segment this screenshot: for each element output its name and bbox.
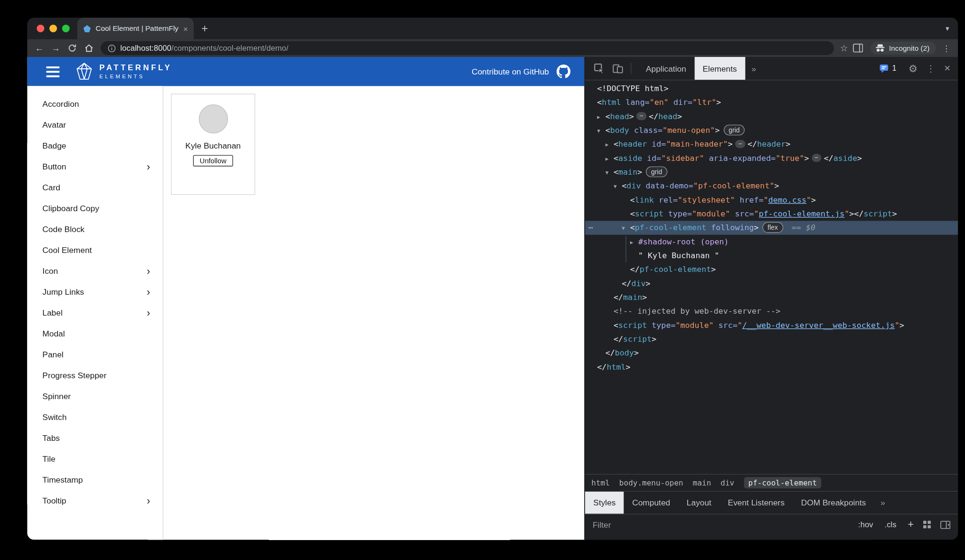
breadcrumb-item[interactable]: body.menu-open	[619, 478, 683, 487]
side-panel-icon[interactable]	[853, 44, 863, 53]
collapse-icon[interactable]: ▾	[597, 124, 605, 138]
home-button[interactable]	[82, 44, 95, 53]
sidebar-item-tabs[interactable]: Tabs	[27, 428, 162, 448]
dom-tree-row[interactable]: <html lang="en" dir="ltr">	[585, 95, 958, 109]
browser-menu-icon[interactable]: ⋮	[942, 43, 950, 53]
browser-tab[interactable]: Cool Element | PatternFly Elem ×	[77, 18, 194, 39]
computed-panel-toggle-icon[interactable]	[940, 521, 950, 529]
more-panels-icon[interactable]: »	[745, 64, 762, 73]
sidebar-item-accordion[interactable]: Accordion	[27, 93, 162, 114]
dom-tree-row[interactable]: " Kyle Buchanan "	[585, 249, 958, 262]
dom-tree-row[interactable]: </div>	[585, 277, 958, 290]
filter-toggle--cls[interactable]: .cls	[885, 520, 897, 529]
expand-icon[interactable]: ▸	[605, 152, 614, 166]
styles-tab-computed[interactable]: Computed	[624, 492, 679, 514]
tab-search-chevron-icon[interactable]: ▾	[946, 24, 949, 32]
contribute-link[interactable]: Contribute on GitHub	[472, 67, 549, 76]
sidebar-item-avatar[interactable]: Avatar	[27, 114, 162, 135]
zoom-window-button[interactable]	[62, 25, 70, 32]
collapse-icon[interactable]: ▾	[605, 166, 614, 179]
breadcrumb-item[interactable]: div	[720, 478, 734, 487]
brand-name[interactable]: PATTERNFLY ELEMENTS	[99, 63, 172, 80]
dom-tree-row[interactable]: ▾<main>grid	[585, 165, 958, 179]
sidebar-item-button[interactable]: Button›	[27, 156, 162, 177]
dom-tree-row[interactable]: </body>	[585, 346, 958, 360]
dom-tree-row[interactable]: </main>	[585, 290, 958, 304]
styles-tab-dom-breakpoints[interactable]: DOM Breakpoints	[793, 492, 874, 514]
close-window-button[interactable]	[37, 25, 44, 32]
sidebar-item-code-block[interactable]: Code Block	[27, 219, 162, 240]
github-icon[interactable]	[557, 65, 570, 78]
collapsed-content-icon[interactable]: ⋯	[812, 154, 822, 162]
patternfly-logo-icon[interactable]	[75, 62, 94, 81]
sidebar-item-timestamp[interactable]: Timestamp	[27, 469, 162, 490]
sidebar-item-jump-links[interactable]: Jump Links›	[27, 281, 162, 302]
sidebar-item-tile[interactable]: Tile	[27, 448, 162, 469]
dom-tree-row[interactable]: </script>	[585, 332, 958, 346]
dom-tree-row[interactable]: </html>	[585, 360, 958, 374]
forward-button[interactable]: →	[49, 43, 63, 53]
sidebar-item-label[interactable]: Label›	[27, 302, 162, 323]
layout-badge[interactable]: grid	[724, 125, 745, 136]
collapse-icon[interactable]: ▾	[614, 180, 622, 194]
collapsed-content-icon[interactable]: ⋯	[735, 140, 745, 148]
layout-badge[interactable]: flex	[763, 222, 783, 233]
sidebar-item-spinner[interactable]: Spinner	[27, 386, 162, 407]
sidebar-item-card[interactable]: Card	[27, 177, 162, 198]
sidebar-item-progress-stepper[interactable]: Progress Stepper	[27, 365, 162, 386]
dom-tree-row[interactable]: <script type="module" src="pf-cool-eleme…	[585, 207, 958, 221]
breadcrumb-item[interactable]: html	[591, 478, 610, 487]
devtools-tab-elements[interactable]: Elements	[694, 57, 745, 80]
sidebar-item-modal[interactable]: Modal	[27, 323, 162, 344]
styles-tab-event-listeners[interactable]: Event Listeners	[719, 492, 793, 514]
dom-tree-row[interactable]: </pf-cool-element>	[585, 262, 958, 276]
reload-button[interactable]	[65, 44, 79, 53]
dom-tree-row[interactable]: <script type="module" src="/__web-dev-se…	[585, 318, 958, 332]
dom-tree-row[interactable]: ▾<body class="menu-open">grid	[585, 123, 958, 137]
new-tab-button[interactable]: +	[201, 23, 208, 34]
filter-toggle--hov[interactable]: :hov	[858, 520, 873, 529]
settings-gear-icon[interactable]: ⚙	[908, 62, 918, 74]
styles-tab-layout[interactable]: Layout	[679, 492, 720, 514]
inspect-element-icon[interactable]	[594, 63, 605, 74]
layout-badge[interactable]: grid	[646, 167, 667, 177]
sidebar-item-icon[interactable]: Icon›	[27, 261, 162, 281]
dom-tree-row[interactable]: ▸#shadow-root (open)	[585, 235, 958, 249]
filter-input[interactable]: Filter	[593, 520, 847, 529]
sidebar-item-tooltip[interactable]: Tooltip›	[27, 490, 162, 511]
dom-tree-row[interactable]: <!-- injected by web-dev-server -->	[585, 304, 958, 318]
devtools-close-icon[interactable]: ×	[944, 62, 950, 75]
more-actions-icon[interactable]: ⋯	[588, 221, 594, 234]
dom-tree-row[interactable]: ▸<header id="main-header">⋯</header>	[585, 137, 958, 151]
devtools-menu-icon[interactable]: ⋮	[927, 63, 936, 73]
sidebar-item-switch[interactable]: Switch	[27, 407, 162, 428]
dom-tree-row[interactable]: ▾<div data-demo="pf-cool-element">	[585, 179, 958, 193]
breadcrumb-item[interactable]: main	[693, 478, 711, 487]
sidebar-item-panel[interactable]: Panel	[27, 344, 162, 365]
collapse-icon[interactable]: ▾	[622, 222, 630, 235]
dom-tree-row[interactable]: <link rel="stylesheet" href="demo.css">	[585, 193, 958, 207]
minimize-window-button[interactable]	[49, 25, 57, 32]
tab-close-icon[interactable]: ×	[183, 24, 188, 33]
issues-button[interactable]: 1	[880, 64, 897, 73]
back-button[interactable]: ←	[32, 43, 46, 53]
dom-tree-row[interactable]: ⋯▾<pf-cool-element following>flex == $0	[585, 221, 958, 234]
address-bar[interactable]: localhost:8000/components/cool-element/d…	[101, 41, 833, 55]
styles-tab-styles[interactable]: Styles	[585, 492, 624, 514]
filter-toggle--[interactable]: +	[908, 519, 914, 530]
dom-tree-row[interactable]: ▸<aside id="sidebar" aria-expanded="true…	[585, 151, 958, 165]
layers-icon[interactable]	[923, 520, 932, 529]
expand-icon[interactable]: ▸	[605, 138, 614, 152]
collapsed-content-icon[interactable]: ⋯	[636, 112, 646, 120]
sidebar-item-clipboard-copy[interactable]: Clipboard Copy	[27, 198, 162, 219]
dom-tree-row[interactable]: <!DOCTYPE html>	[585, 82, 958, 95]
breadcrumb-item[interactable]: pf-cool-element	[744, 477, 821, 488]
sidebar-item-cool-element[interactable]: Cool Element	[27, 240, 162, 261]
dom-tree-row[interactable]: ▸<head>⋯</head>	[585, 110, 958, 123]
hamburger-menu-icon[interactable]	[46, 66, 59, 77]
bookmark-star-icon[interactable]: ☆	[840, 43, 848, 53]
expand-icon[interactable]: ▸	[597, 110, 605, 124]
site-info-icon[interactable]	[108, 44, 116, 52]
expand-icon[interactable]: ▸	[630, 235, 638, 249]
device-toolbar-icon[interactable]	[612, 63, 623, 74]
